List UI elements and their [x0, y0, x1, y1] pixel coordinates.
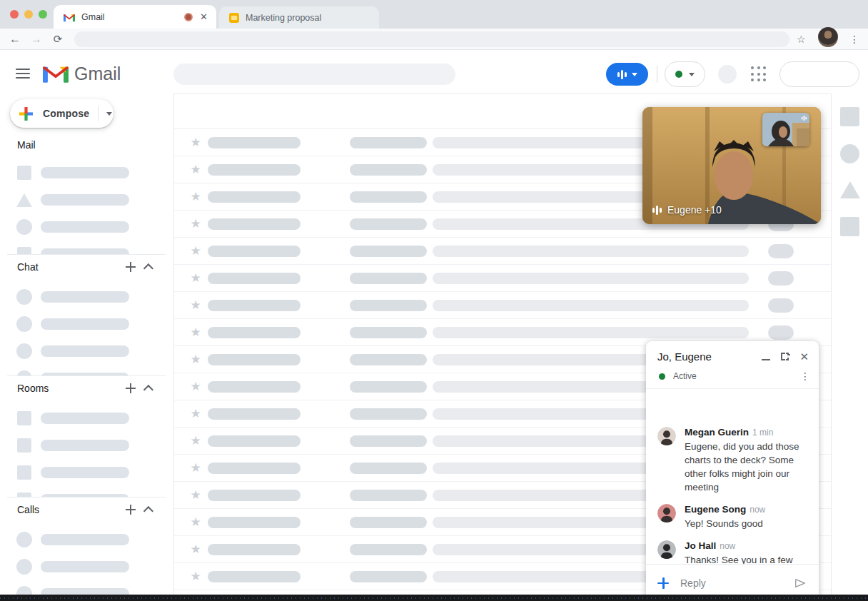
- support-icon[interactable]: [718, 65, 737, 84]
- browser-menu-icon[interactable]: ⋮: [849, 29, 859, 50]
- star-icon[interactable]: ★: [189, 462, 202, 474]
- window-minimize-button[interactable]: [24, 10, 33, 19]
- star-icon[interactable]: ★: [189, 299, 202, 311]
- minimize-icon[interactable]: [762, 359, 770, 360]
- label-placeholder-bar: [41, 467, 129, 478]
- subject-placeholder-bar: [350, 517, 427, 528]
- sidebar-item-skeleton[interactable]: [0, 459, 173, 486]
- sidebar-section-header-chat: Chat: [0, 255, 173, 279]
- sidebar-item-skeleton[interactable]: [0, 365, 173, 375]
- chevron-down-icon[interactable]: [106, 112, 112, 116]
- search-input[interactable]: [173, 64, 455, 85]
- collapse-chevron-icon[interactable]: [143, 263, 153, 273]
- square-placeholder-icon: [17, 166, 31, 180]
- star-icon[interactable]: ★: [189, 353, 202, 365]
- sidebar-item-skeleton[interactable]: [0, 310, 173, 338]
- timestamp-placeholder-pill: [768, 325, 794, 340]
- star-icon[interactable]: ★: [189, 380, 202, 393]
- chat-header[interactable]: Jo, Eugene ✕: [646, 341, 819, 363]
- send-icon[interactable]: [793, 576, 807, 590]
- forward-button[interactable]: →: [27, 29, 46, 50]
- star-icon[interactable]: ★: [189, 163, 202, 176]
- browser-profile-avatar[interactable]: [818, 27, 838, 47]
- star-icon[interactable]: ★: [189, 516, 202, 528]
- sidebar-item-skeleton[interactable]: [0, 553, 173, 580]
- close-icon[interactable]: ✕: [799, 351, 809, 362]
- account-chip[interactable]: [779, 61, 859, 87]
- sender-placeholder-bar: [208, 544, 301, 555]
- message-timestamp: now: [720, 541, 735, 551]
- sidebar-item-skeleton[interactable]: [0, 486, 173, 497]
- subject-placeholder-bar: [350, 381, 427, 393]
- window-zoom-button[interactable]: [39, 10, 47, 19]
- star-icon[interactable]: ★: [189, 489, 202, 501]
- bookmark-star-icon[interactable]: ☆: [797, 29, 806, 50]
- tab-recording-indicator-icon: [184, 13, 193, 21]
- reply-input[interactable]: Reply: [680, 577, 793, 589]
- sender-placeholder-bar: [208, 246, 301, 257]
- collapse-chevron-icon[interactable]: [143, 506, 153, 516]
- star-icon[interactable]: ★: [189, 326, 202, 338]
- star-icon[interactable]: ★: [189, 272, 202, 284]
- subject-placeholder-bar: [350, 218, 427, 230]
- tab-close-icon[interactable]: ✕: [200, 12, 208, 21]
- self-view-pip[interactable]: [762, 113, 809, 146]
- email-row-skeleton[interactable]: ★: [174, 292, 831, 319]
- sidebar-item-skeleton[interactable]: [0, 213, 173, 241]
- sidebar-item-skeleton[interactable]: [0, 159, 173, 186]
- circle-addon-icon[interactable]: [840, 144, 859, 163]
- sidebar-item-skeleton[interactable]: [0, 338, 173, 365]
- sidebar-item-skeleton[interactable]: [0, 432, 173, 459]
- square-placeholder-icon: [17, 465, 31, 480]
- square-addon-icon[interactable]: [840, 217, 859, 236]
- label-placeholder-bar: [41, 534, 129, 545]
- add-icon[interactable]: [124, 261, 137, 273]
- email-row-skeleton[interactable]: ★: [174, 265, 831, 292]
- email-row-skeleton[interactable]: ★: [174, 238, 831, 265]
- subject-placeholder-bar: [350, 544, 427, 555]
- star-icon[interactable]: ★: [189, 245, 202, 257]
- compose-button[interactable]: Compose: [10, 99, 113, 128]
- tab-gmail[interactable]: Gmail ✕: [54, 5, 216, 29]
- triangle-placeholder-icon: [16, 193, 32, 207]
- square-addon-icon[interactable]: [840, 107, 859, 126]
- back-button[interactable]: ←: [6, 29, 24, 50]
- label-placeholder-bar: [41, 373, 129, 375]
- star-icon[interactable]: ★: [189, 136, 202, 148]
- tab-marketing-proposal[interactable]: Marketing proposal: [219, 6, 379, 29]
- star-icon[interactable]: ★: [189, 218, 202, 230]
- star-icon[interactable]: ★: [189, 570, 202, 582]
- add-attachment-icon[interactable]: [657, 577, 670, 590]
- sidebar-item-skeleton[interactable]: [0, 186, 173, 213]
- main-menu-icon[interactable]: [16, 69, 30, 79]
- star-icon[interactable]: ★: [189, 191, 202, 203]
- address-bar[interactable]: [74, 31, 789, 47]
- sidebar-item-skeleton[interactable]: [0, 526, 173, 553]
- google-apps-grid-icon[interactable]: [751, 66, 767, 82]
- circle-placeholder-icon: [16, 219, 32, 235]
- star-icon[interactable]: ★: [189, 435, 202, 447]
- video-call-overlay[interactable]: Eugene +10: [642, 107, 821, 224]
- label-placeholder-bar: [41, 413, 129, 424]
- chat-options-icon[interactable]: ⋮: [800, 374, 807, 379]
- avatar: [657, 427, 676, 445]
- refresh-button[interactable]: ⟳: [49, 29, 67, 50]
- status-text: Active: [673, 371, 800, 381]
- expand-icon[interactable]: [781, 353, 789, 360]
- sidebar-item-skeleton[interactable]: [0, 405, 173, 432]
- availability-status-button[interactable]: [665, 61, 705, 87]
- sender-placeholder-bar: [208, 571, 301, 582]
- sidebar-item-skeleton[interactable]: [0, 283, 173, 310]
- add-icon[interactable]: [124, 382, 137, 395]
- add-icon[interactable]: [124, 503, 137, 516]
- circle-placeholder-icon: [16, 316, 32, 332]
- subject-placeholder-bar: [350, 571, 427, 582]
- star-icon[interactable]: ★: [189, 543, 202, 555]
- meet-call-button[interactable]: [606, 63, 648, 86]
- triangle-addon-icon[interactable]: [840, 181, 860, 198]
- star-icon[interactable]: ★: [189, 408, 202, 420]
- label-placeholder-bar: [41, 167, 129, 178]
- collapse-chevron-icon[interactable]: [143, 385, 153, 395]
- sidebar-item-skeleton[interactable]: [0, 241, 173, 254]
- window-close-button[interactable]: [10, 10, 19, 19]
